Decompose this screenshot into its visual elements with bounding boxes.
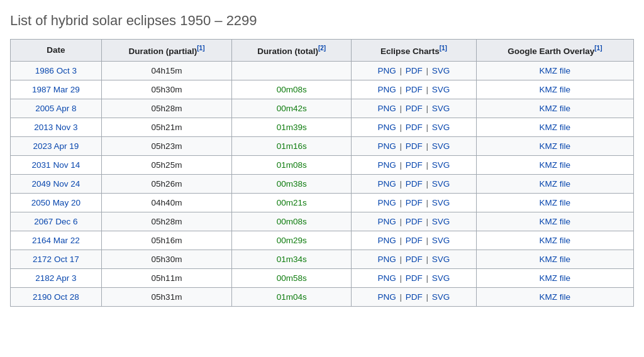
cell-duration-total: 00m21s [232, 193, 352, 212]
kmz-link[interactable]: KMZ file [540, 123, 571, 132]
cell-date: 2172 Oct 17 [11, 250, 102, 268]
date-link[interactable]: 1986 Oct 3 [35, 66, 77, 75]
table-row: 2164 Mar 2205h16m00m29sPNG | PDF | SVGKM… [11, 231, 634, 250]
cell-duration-total [232, 61, 352, 80]
chart-link-svg[interactable]: SVG [432, 217, 450, 226]
cell-date: 2005 Apr 8 [11, 99, 102, 118]
chart-link-png[interactable]: PNG [378, 273, 396, 283]
chart-link-png[interactable]: PNG [378, 123, 396, 132]
cell-duration-total: 01m16s [232, 136, 352, 155]
table-row: 2172 Oct 1705h30m01m34sPNG | PDF | SVGKM… [11, 250, 634, 268]
kmz-link[interactable]: KMZ file [540, 160, 571, 170]
chart-link-png[interactable]: PNG [378, 104, 396, 113]
chart-link-svg[interactable]: SVG [432, 66, 450, 75]
chart-link-png[interactable]: PNG [378, 292, 396, 302]
chart-link-svg[interactable]: SVG [432, 255, 450, 264]
chart-link-svg[interactable]: SVG [432, 160, 450, 170]
kmz-link[interactable]: KMZ file [540, 273, 571, 283]
chart-link-svg[interactable]: SVG [432, 141, 450, 151]
table-row: 1987 Mar 2905h30m00m08sPNG | PDF | SVGKM… [11, 80, 634, 99]
chart-link-png[interactable]: PNG [378, 179, 396, 189]
chart-link-pdf[interactable]: PDF [406, 85, 423, 94]
kmz-link[interactable]: KMZ file [540, 217, 571, 226]
chart-link-pdf[interactable]: PDF [406, 292, 423, 302]
date-link[interactable]: 2182 Apr 3 [35, 273, 76, 283]
date-link[interactable]: 2050 May 20 [31, 198, 80, 207]
chart-link-png[interactable]: PNG [378, 198, 396, 207]
eclipses-table: Date Duration (partial)[1] Duration (tot… [10, 39, 634, 307]
date-link[interactable]: 2031 Nov 14 [32, 160, 80, 170]
table-header-row: Date Duration (partial)[1] Duration (tot… [11, 40, 634, 62]
cell-duration-partial: 05h30m [101, 80, 232, 99]
chart-link-svg[interactable]: SVG [432, 123, 450, 132]
kmz-link[interactable]: KMZ file [540, 104, 571, 113]
table-row: 2050 May 2004h40m00m21sPNG | PDF | SVGKM… [11, 193, 634, 212]
chart-link-pdf[interactable]: PDF [406, 141, 423, 151]
chart-link-png[interactable]: PNG [378, 141, 396, 151]
chart-link-png[interactable]: PNG [378, 255, 396, 264]
cell-duration-total: 00m38s [232, 174, 352, 193]
kmz-link[interactable]: KMZ file [540, 85, 571, 94]
date-link[interactable]: 1987 Mar 29 [32, 85, 80, 94]
chart-separator: | [424, 255, 431, 264]
kmz-link[interactable]: KMZ file [540, 141, 571, 151]
chart-separator: | [397, 255, 404, 264]
kmz-link[interactable]: KMZ file [540, 179, 571, 189]
cell-date: 2049 Nov 24 [11, 174, 102, 193]
chart-link-pdf[interactable]: PDF [406, 273, 423, 283]
chart-link-svg[interactable]: SVG [432, 179, 450, 189]
chart-link-pdf[interactable]: PDF [406, 160, 423, 170]
chart-link-pdf[interactable]: PDF [406, 198, 423, 207]
chart-link-png[interactable]: PNG [378, 217, 396, 226]
cell-kmz: KMZ file [476, 231, 633, 250]
chart-link-pdf[interactable]: PDF [406, 255, 423, 264]
cell-date: 2067 Dec 6 [11, 212, 102, 231]
chart-link-png[interactable]: PNG [378, 160, 396, 170]
chart-link-pdf[interactable]: PDF [406, 66, 423, 75]
chart-link-svg[interactable]: SVG [432, 273, 450, 283]
kmz-link[interactable]: KMZ file [540, 236, 571, 245]
chart-link-png[interactable]: PNG [378, 85, 396, 94]
chart-link-svg[interactable]: SVG [432, 292, 450, 302]
kmz-link[interactable]: KMZ file [540, 255, 571, 264]
cell-kmz: KMZ file [476, 212, 633, 231]
cell-date: 2023 Apr 19 [11, 136, 102, 155]
date-link[interactable]: 2164 Mar 22 [32, 236, 80, 245]
cell-date: 1986 Oct 3 [11, 61, 102, 80]
table-row: 2067 Dec 605h28m00m08sPNG | PDF | SVGKMZ… [11, 212, 634, 231]
cell-kmz: KMZ file [476, 80, 633, 99]
date-link[interactable]: 2067 Dec 6 [34, 217, 77, 226]
chart-link-pdf[interactable]: PDF [406, 179, 423, 189]
cell-duration-partial: 05h16m [101, 231, 232, 250]
sup-2: [2] [318, 45, 326, 52]
chart-link-png[interactable]: PNG [378, 236, 396, 245]
date-link[interactable]: 2005 Apr 8 [35, 104, 76, 113]
chart-separator: | [424, 198, 431, 207]
chart-link-svg[interactable]: SVG [432, 104, 450, 113]
chart-separator: | [397, 236, 404, 245]
kmz-link[interactable]: KMZ file [540, 198, 571, 207]
chart-link-svg[interactable]: SVG [432, 85, 450, 94]
date-link[interactable]: 2190 Oct 28 [33, 292, 79, 302]
chart-separator: | [424, 273, 431, 283]
chart-link-pdf[interactable]: PDF [406, 104, 423, 113]
sup-4: [1] [594, 45, 602, 52]
cell-eclipse-charts: PNG | PDF | SVG [352, 231, 476, 250]
kmz-link[interactable]: KMZ file [540, 292, 571, 302]
chart-link-svg[interactable]: SVG [432, 198, 450, 207]
chart-link-pdf[interactable]: PDF [406, 217, 423, 226]
chart-link-pdf[interactable]: PDF [406, 123, 423, 132]
date-link[interactable]: 2013 Nov 3 [34, 123, 77, 132]
cell-eclipse-charts: PNG | PDF | SVG [352, 174, 476, 193]
cell-eclipse-charts: PNG | PDF | SVG [352, 99, 476, 118]
cell-duration-partial: 04h15m [101, 61, 232, 80]
chart-link-png[interactable]: PNG [378, 66, 396, 75]
chart-separator: | [424, 236, 431, 245]
table-row: 2049 Nov 2405h26m00m38sPNG | PDF | SVGKM… [11, 174, 634, 193]
date-link[interactable]: 2049 Nov 24 [32, 179, 80, 189]
date-link[interactable]: 2172 Oct 17 [33, 255, 79, 264]
date-link[interactable]: 2023 Apr 19 [33, 141, 79, 151]
kmz-link[interactable]: KMZ file [540, 66, 571, 75]
chart-link-svg[interactable]: SVG [432, 236, 450, 245]
chart-link-pdf[interactable]: PDF [406, 236, 423, 245]
